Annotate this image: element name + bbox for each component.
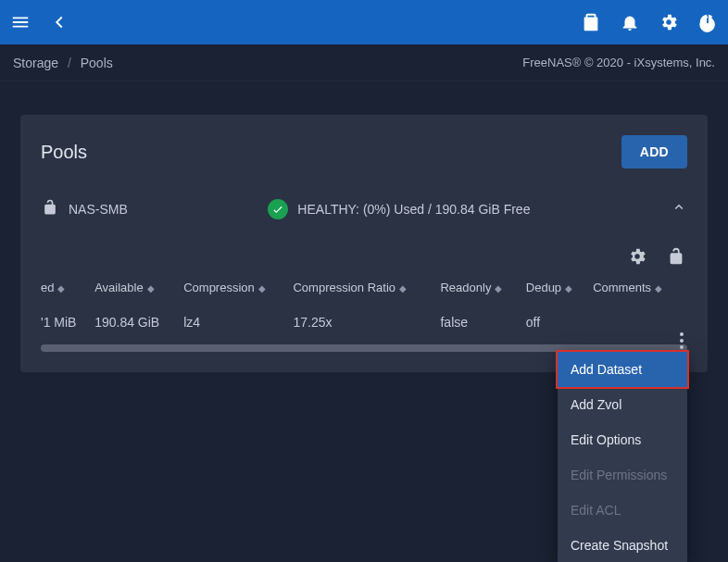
- breadcrumb-bar: Storage / Pools FreeNAS® © 2020 - iXsyst…: [0, 44, 728, 81]
- chevron-up-icon[interactable]: [671, 199, 687, 219]
- col-used[interactable]: ed◆: [41, 271, 94, 307]
- pool-name: NAS-SMB: [69, 202, 128, 217]
- cell-used: '1 MiB: [41, 307, 94, 339]
- pool-summary-row[interactable]: NAS-SMB HEALTHY: (0%) Used / 190.84 GiB …: [20, 185, 708, 236]
- menu-add-dataset[interactable]: Add Dataset: [558, 352, 687, 387]
- cell-dedup: off: [526, 307, 593, 339]
- pool-lock-icon[interactable]: [665, 245, 687, 268]
- breadcrumb-separator: /: [68, 56, 71, 70]
- table-row[interactable]: '1 MiB 190.84 GiB lz4 17.25x false off: [41, 307, 687, 339]
- clipboard-icon[interactable]: [580, 11, 602, 33]
- healthy-icon: [268, 199, 288, 219]
- col-available[interactable]: Available◆: [94, 271, 183, 307]
- col-comments[interactable]: Comments◆: [593, 271, 687, 307]
- top-bar: [0, 0, 728, 44]
- menu-edit-permissions: Edit Permissions: [558, 457, 687, 493]
- menu-add-zvol[interactable]: Add Zvol: [558, 387, 687, 422]
- brand-footer: FreeNAS® © 2020 - iXsystems, Inc.: [522, 56, 715, 69]
- context-menu: Add Dataset Add Zvol Edit Options Edit P…: [558, 352, 687, 562]
- breadcrumb-storage[interactable]: Storage: [13, 56, 58, 70]
- pools-panel: Pools ADD NAS-SMB HEALTHY: (0%) Used / 1…: [20, 115, 708, 372]
- pool-settings-icon[interactable]: [626, 245, 648, 268]
- page-title: Pools: [41, 142, 87, 163]
- menu-edit-options[interactable]: Edit Options: [558, 422, 687, 457]
- col-compression[interactable]: Compression◆: [183, 271, 293, 307]
- horizontal-scrollbar[interactable]: [41, 344, 687, 352]
- cell-available: 190.84 GiB: [94, 307, 183, 339]
- row-menu-icon[interactable]: [676, 329, 687, 353]
- menu-create-snapshot[interactable]: Create Snapshot: [558, 528, 687, 562]
- cell-compression-ratio: 17.25x: [293, 307, 440, 339]
- menu-edit-acl: Edit ACL: [558, 493, 687, 528]
- col-readonly[interactable]: Readonly◆: [440, 271, 525, 307]
- col-dedup[interactable]: Dedup◆: [526, 271, 593, 307]
- col-compression-ratio[interactable]: Compression Ratio◆: [293, 271, 440, 307]
- cell-readonly: false: [440, 307, 525, 339]
- breadcrumb-pools[interactable]: Pools: [81, 56, 113, 70]
- add-button[interactable]: ADD: [621, 135, 687, 169]
- back-icon[interactable]: [48, 11, 70, 33]
- menu-icon[interactable]: [9, 11, 31, 33]
- unlock-icon: [41, 198, 59, 219]
- cell-comments: [593, 307, 687, 339]
- bell-icon[interactable]: [619, 11, 641, 33]
- pool-status-text: HEALTHY: (0%) Used / 190.84 GiB Free: [297, 202, 530, 217]
- power-icon[interactable]: [697, 11, 719, 33]
- breadcrumb: Storage / Pools: [13, 56, 113, 70]
- cell-compression: lz4: [183, 307, 293, 339]
- gear-icon[interactable]: [658, 11, 680, 33]
